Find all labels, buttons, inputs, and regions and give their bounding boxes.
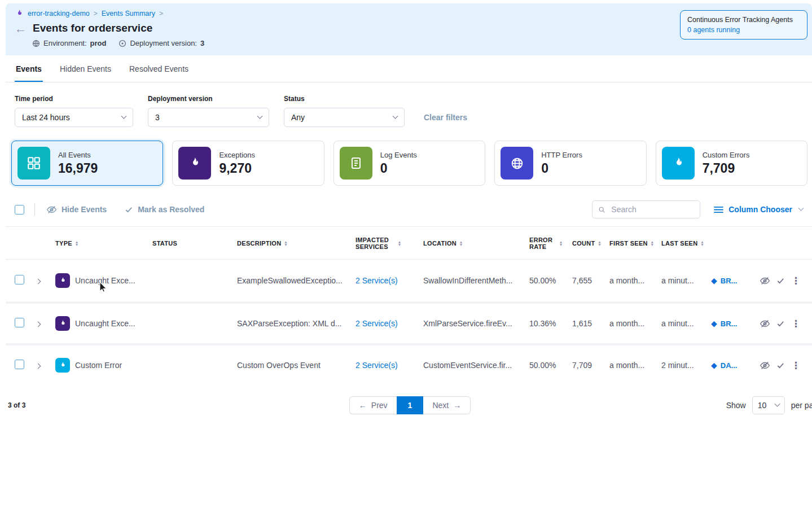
deployment-version-icon (118, 40, 126, 47)
tab-hidden-events[interactable]: Hidden Events (59, 55, 112, 82)
sort-icon[interactable]: ▴▾ (284, 240, 287, 246)
sort-icon[interactable]: ▴▾ (460, 240, 462, 246)
card-value: 0 (541, 161, 582, 176)
event-location: CustomEventService.fir... (423, 361, 529, 370)
next-page-button[interactable]: Next → (423, 396, 471, 414)
assignee-link[interactable]: BR... (721, 320, 738, 328)
event-description: SAXParseException: XML d... (237, 319, 355, 328)
impacted-services-link[interactable]: 2 Service(s) (355, 319, 398, 328)
status-value: Any (291, 113, 305, 122)
error-rate: 10.36% (529, 319, 572, 328)
next-label: Next (432, 401, 449, 410)
sort-icon[interactable]: ▴▾ (398, 240, 401, 246)
deployment-version-value: 3 (155, 113, 160, 122)
flame-icon (662, 147, 695, 180)
search-box (592, 200, 700, 218)
page-title: Events for orderservice (33, 22, 152, 34)
breadcrumb-page-link[interactable]: Events Summary (102, 10, 155, 17)
expand-row-icon[interactable] (36, 322, 41, 327)
mark-resolved-button[interactable]: Mark as Resolved (125, 205, 204, 214)
table-row[interactable]: Uncaught Exce... ExampleSwallowedExcepti… (6, 260, 812, 301)
eye-slash-icon[interactable] (760, 318, 770, 329)
row-checkbox[interactable] (15, 318, 24, 327)
error-rate: 50.00% (529, 361, 572, 370)
tab-events[interactable]: Events (15, 55, 43, 82)
expand-row-icon[interactable] (36, 364, 41, 369)
status-select[interactable]: Any (284, 108, 405, 127)
table-footer: 3 of 3 ← Prev 1 Next → Show 10 per page (6, 385, 812, 414)
sort-icon[interactable]: ▴▾ (599, 240, 601, 246)
per-page-label: per page (791, 401, 812, 410)
filters-bar: Time period Last 24 hours Deployment ver… (6, 82, 812, 138)
time-period-select[interactable]: Last 24 hours (15, 108, 133, 127)
sort-icon[interactable]: ▴▾ (701, 240, 703, 246)
kebab-menu-icon[interactable]: ⋮ (791, 360, 801, 371)
environment-meta: Environment: prod (32, 39, 106, 47)
check-icon[interactable] (776, 320, 785, 328)
event-location: XmlParseService.fireEv... (423, 319, 529, 328)
card-all-events[interactable]: All Events 16,979 (11, 141, 163, 186)
kebab-menu-icon[interactable]: ⋮ (791, 275, 801, 287)
deployment-version-label: Deployment version (148, 95, 269, 103)
clear-filters-button[interactable]: Clear filters (424, 113, 467, 122)
sort-icon[interactable]: ▴▾ (651, 240, 653, 246)
impacted-services-link[interactable]: 2 Service(s) (355, 276, 398, 285)
environment-value: prod (90, 39, 107, 47)
assignee-link[interactable]: DA... (721, 361, 738, 370)
table-row[interactable]: Uncaught Exce... SAXParseException: XML … (6, 301, 812, 343)
select-all-checkbox[interactable] (15, 205, 24, 215)
show-label: Show (726, 401, 746, 410)
prev-page-button[interactable]: ← Prev (349, 396, 397, 414)
back-arrow-icon[interactable]: ← (15, 23, 27, 34)
last-seen: 2 minut... (661, 361, 711, 370)
sort-icon[interactable]: ▴▾ (76, 240, 78, 246)
tab-bar: Events Hidden Events Resolved Events (6, 55, 812, 82)
eye-slash-icon[interactable] (760, 275, 770, 286)
check-icon[interactable] (776, 277, 785, 285)
flame-icon (55, 358, 70, 373)
sort-icon[interactable]: ▴▾ (560, 240, 562, 246)
row-checkbox[interactable] (15, 360, 24, 369)
page-size-select[interactable]: 10 (752, 396, 785, 414)
hide-events-label: Hide Events (62, 205, 107, 214)
card-http-errors[interactable]: HTTP Errors 0 (494, 141, 646, 186)
page-number-button[interactable]: 1 (397, 396, 424, 414)
card-label: Exceptions (219, 151, 255, 159)
search-icon (598, 205, 605, 214)
kebab-menu-icon[interactable]: ⋮ (791, 318, 801, 330)
event-type: Uncaught Exce... (75, 276, 135, 285)
breadcrumb-project-link[interactable]: error-tracking-demo (28, 10, 90, 17)
event-count: 7,709 (572, 361, 609, 370)
col-impacted-services: IMPACTED SERVICES (355, 237, 395, 250)
page-header: error-tracking-demo > Events Summary > ←… (6, 3, 812, 55)
table-row[interactable]: Custom Error Custom OverOps Event 2 Serv… (6, 343, 812, 385)
col-description: DESCRIPTION (237, 240, 281, 247)
deployment-label: Deployment version: (130, 39, 197, 47)
expand-row-icon[interactable] (36, 279, 41, 285)
breadcrumb-separator: > (94, 10, 98, 17)
app-surface: error-tracking-demo > Events Summary > ←… (6, 3, 812, 414)
check-icon[interactable] (776, 361, 785, 370)
diamond-icon: ◆ (711, 319, 717, 328)
card-log-events[interactable]: Log Events 0 (333, 141, 485, 186)
globe-icon (501, 147, 533, 180)
card-value: 7,709 (703, 161, 750, 176)
tab-resolved-events[interactable]: Resolved Events (128, 55, 190, 82)
row-checkbox[interactable] (15, 275, 24, 285)
card-custom-errors[interactable]: Custom Errors 7,709 (656, 141, 807, 186)
column-chooser-button[interactable]: Column Chooser (714, 205, 803, 214)
time-period-label: Time period (15, 95, 133, 103)
col-first-seen: FIRST SEEN (609, 240, 648, 247)
chevron-down-icon (121, 113, 127, 119)
breadcrumb-separator: > (159, 10, 163, 17)
agents-running-link[interactable]: 0 agents running (687, 26, 800, 34)
hide-events-button[interactable]: Hide Events (46, 204, 107, 215)
card-exceptions[interactable]: Exceptions 9,270 (172, 141, 324, 186)
deployment-version-select[interactable]: 3 (148, 108, 269, 127)
col-status: STATUS (152, 240, 177, 247)
eye-slash-icon[interactable] (760, 360, 770, 371)
assignee-link[interactable]: BR... (721, 277, 738, 285)
impacted-services-link[interactable]: 2 Service(s) (355, 361, 398, 370)
chevron-down-icon (774, 401, 780, 406)
search-input[interactable] (610, 204, 694, 215)
